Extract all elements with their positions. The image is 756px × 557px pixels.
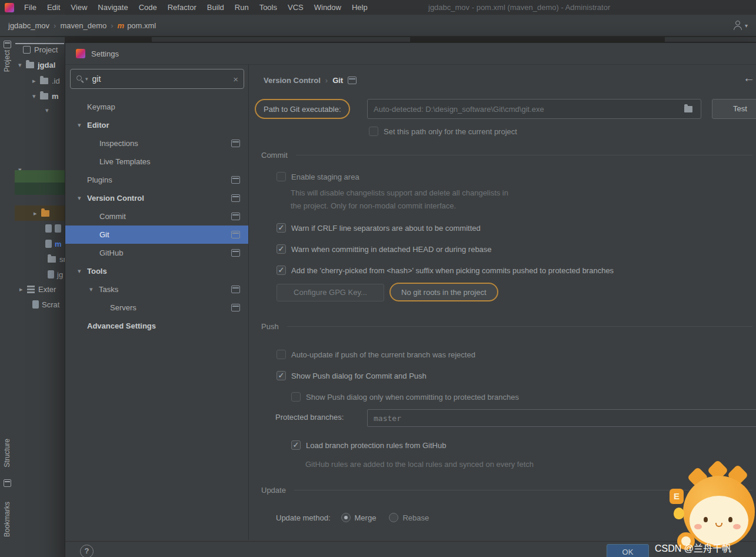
checkbox-icon[interactable] (277, 244, 286, 254)
test-button[interactable]: Test (712, 99, 756, 119)
breadcrumb-project[interactable]: jgdabc_mov (8, 21, 49, 30)
checkbox-show-push-dialog[interactable]: Show Push dialog for Commit and Push (277, 370, 427, 382)
tree-row-src[interactable]: sr (15, 251, 65, 267)
checkbox-set-path-current-project[interactable]: Set this path only for the current proje… (369, 125, 517, 137)
navigation-bar: jgdabc_mov › maven_demo › m pom.xml ▾ (0, 15, 756, 37)
settings-tree-item-inspections[interactable]: Inspections (65, 134, 248, 152)
breadcrumb-file[interactable]: pom.xml (127, 21, 156, 30)
settings-tree-item-tasks[interactable]: ▾ Tasks (65, 280, 248, 299)
back-arrow-icon[interactable]: ← (743, 72, 755, 84)
menu-tools[interactable]: Tools (254, 0, 282, 15)
selected-green-row[interactable] (15, 170, 65, 183)
settings-tree-item-servers[interactable]: Servers (65, 299, 248, 317)
menu-code[interactable]: Code (134, 0, 162, 15)
chevron-right-icon[interactable]: ▸ (19, 286, 27, 293)
project-panel-header[interactable]: Project (15, 42, 65, 57)
tree-row-external-libraries[interactable]: ▸ Exter (15, 281, 65, 297)
chevron-down-icon[interactable]: ▾ (32, 92, 40, 100)
checkbox-icon[interactable] (291, 392, 301, 402)
chevron-down-icon[interactable]: ▾ (18, 61, 26, 69)
menu-help[interactable]: Help (347, 0, 373, 15)
settings-tree-item-live-templates[interactable]: Live Templates (65, 152, 248, 171)
checkbox-show-push-dialog-protected-only[interactable]: Show Push dialog only when committing to… (291, 391, 519, 403)
tree-row-root[interactable]: ▾ jgdal (15, 57, 65, 72)
chevron-down-icon[interactable]: ▾ (45, 107, 53, 114)
user-menu[interactable]: ▾ (733, 21, 748, 30)
checkbox-icon[interactable] (277, 172, 286, 181)
project-tool-icon[interactable] (4, 41, 11, 48)
chevron-right-icon[interactable]: ▸ (32, 77, 40, 85)
settings-tree-item-git[interactable]: Git (65, 226, 248, 244)
chevron-down-icon[interactable]: ▾ (78, 121, 87, 129)
menu-window[interactable]: Window (309, 0, 347, 15)
menu-refactor[interactable]: Refactor (162, 0, 202, 15)
tree-row-module[interactable]: ▾ m (15, 88, 65, 104)
settings-search-box: ▾ × (70, 69, 244, 89)
settings-tree-item-keymap[interactable]: Keymap (65, 98, 248, 116)
ok-button[interactable]: OK (607, 544, 649, 557)
chevron-down-icon[interactable]: ▾ (89, 286, 99, 293)
menu-navigate[interactable]: Navigate (92, 0, 133, 15)
checkbox-icon[interactable] (277, 266, 286, 275)
settings-tree-item-github[interactable]: GitHub (65, 244, 248, 262)
tree-row-file[interactable] (15, 221, 65, 236)
stripe-label-bookmarks[interactable]: Bookmarks (3, 502, 11, 537)
settings-tree-item-editor[interactable]: ▾ Editor (65, 116, 248, 134)
chevron-down-icon[interactable]: ▾ (78, 194, 87, 202)
radio-merge-label[interactable]: Merge (355, 513, 377, 522)
stripe-label-structure[interactable]: Structure (3, 439, 11, 468)
checkbox-enable-staging-area[interactable]: Enable staging area (277, 171, 359, 183)
chevron-right-icon[interactable]: ▸ (34, 210, 41, 217)
stripe-icon[interactable] (4, 479, 11, 487)
checkbox-icon[interactable] (369, 127, 378, 136)
chevron-down-icon[interactable]: ▾ (78, 267, 87, 275)
tree-row-scratches[interactable]: Scrat (15, 297, 65, 312)
clear-search-icon[interactable]: × (233, 74, 238, 84)
in-dialog-settings-icon (231, 286, 240, 293)
git-path-field-wrap (367, 99, 701, 119)
menu-run[interactable]: Run (229, 0, 254, 15)
update-method-row: Update method: Merge Rebase (276, 511, 429, 524)
settings-tree-item-tools[interactable]: ▾ Tools (65, 262, 248, 280)
help-button[interactable]: ? (80, 545, 94, 557)
git-path-input[interactable] (367, 99, 701, 119)
checkbox-warn-detached-head[interactable]: Warn when committing in detached HEAD or… (277, 243, 492, 255)
checkbox-load-branch-protection-rules[interactable]: Load branch protection rules from GitHub (291, 439, 446, 451)
checkbox-cherry-picked-suffix[interactable]: Add the 'cherry-picked from <hash>' suff… (277, 264, 614, 276)
protected-branches-input[interactable] (367, 409, 756, 427)
radio-rebase-label[interactable]: Rebase (402, 513, 429, 522)
checkbox-icon[interactable] (277, 350, 286, 359)
in-dialog-settings-icon (231, 249, 240, 257)
stripe-label-project[interactable]: Project (3, 50, 11, 72)
settings-tree-item-version-control[interactable]: ▾ Version Control (65, 189, 248, 207)
menu-build[interactable]: Build (202, 0, 229, 15)
breadcrumb-parent[interactable]: Version Control (264, 76, 321, 85)
tree-row[interactable]: ▾ (15, 102, 65, 118)
radio-rebase[interactable] (389, 513, 398, 522)
checkbox-icon[interactable] (291, 440, 301, 450)
file-icon (55, 224, 61, 233)
settings-search-input[interactable] (91, 74, 231, 84)
radio-merge[interactable] (341, 513, 351, 522)
settings-tree-item-plugins[interactable]: Plugins (65, 171, 248, 189)
maven-file-icon: m (55, 240, 62, 248)
checkbox-icon[interactable] (277, 371, 286, 380)
tree-row-idea[interactable]: ▸ .id (15, 73, 65, 88)
tree-row-excluded[interactable]: ▸ (15, 205, 65, 221)
menu-vcs[interactable]: VCS (282, 0, 309, 15)
chevron-down-icon: ▾ (745, 22, 748, 29)
search-history-caret-icon[interactable]: ▾ (85, 76, 88, 82)
checkbox-auto-update-rejected-push[interactable]: Auto-update if push of the current branc… (277, 349, 475, 360)
browse-folder-icon[interactable] (684, 106, 692, 112)
tree-row-pom[interactable]: m (15, 236, 65, 251)
configure-gpg-key-button[interactable]: Configure GPG Key... (277, 284, 384, 301)
breadcrumb-module[interactable]: maven_demo (60, 21, 106, 30)
settings-tree-item-commit[interactable]: Commit (65, 207, 248, 226)
checkbox-warn-crlf[interactable]: Warn if CRLF line separators are about t… (277, 222, 481, 234)
menu-view[interactable]: View (65, 0, 92, 15)
menu-edit[interactable]: Edit (42, 0, 65, 15)
settings-tree-item-advanced-settings[interactable]: Advanced Settings (65, 317, 248, 335)
tree-row-file[interactable]: jg (15, 267, 65, 282)
checkbox-icon[interactable] (277, 223, 286, 233)
menu-file[interactable]: File (19, 0, 42, 15)
